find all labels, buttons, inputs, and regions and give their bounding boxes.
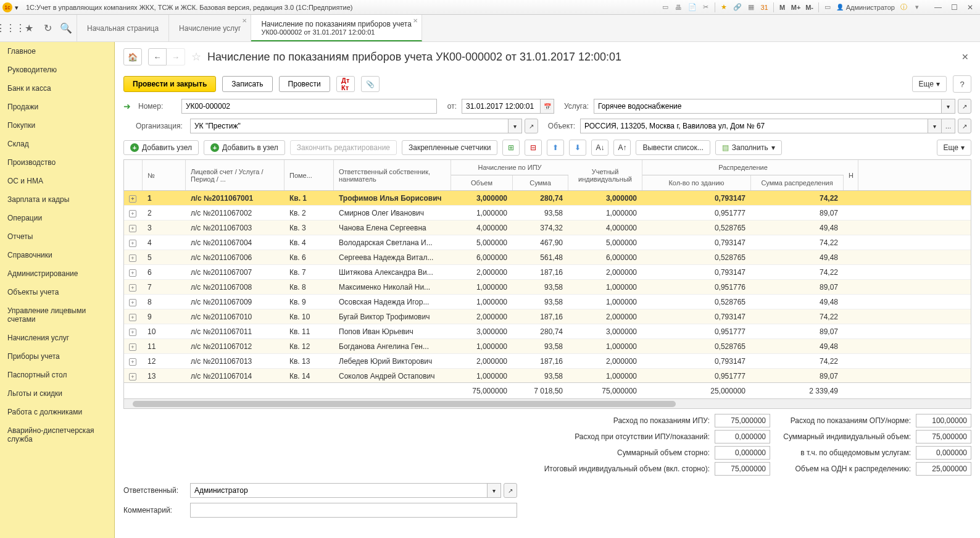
org-input[interactable] — [190, 119, 509, 133]
history-icon[interactable]: ↻ — [42, 23, 53, 34]
table-row[interactable]: +8л/с №2011067009Кв. 9Осовская Надежда И… — [124, 295, 971, 309]
sidebar-item-6[interactable]: Производство — [0, 153, 114, 172]
expand-icon[interactable]: + — [129, 358, 136, 366]
sidebar-item-19[interactable]: Работа с должниками — [0, 403, 114, 421]
expand-icon[interactable]: + — [129, 373, 136, 380]
window-close[interactable]: ✕ — [963, 2, 978, 13]
apps-icon[interactable]: ⋮⋮⋮ — [5, 23, 16, 34]
object-open-button[interactable]: ↗ — [958, 119, 971, 133]
tab-1[interactable]: Начисление услуг✕ — [169, 15, 251, 41]
sidebar-item-7[interactable]: ОС и НМА — [0, 172, 114, 190]
th-room[interactable]: Поме... — [284, 160, 334, 190]
table-row[interactable]: +3л/с №2011067003Кв. 3Чанова Елена Серге… — [124, 221, 971, 235]
tb-icon-doc[interactable]: 📄 — [687, 2, 697, 12]
th-individual[interactable]: Учетный индивидуальный — [568, 160, 642, 190]
comment-input[interactable] — [190, 503, 517, 518]
date-picker-button[interactable]: 📅 — [541, 99, 554, 114]
object-dropdown-button[interactable]: ▾ — [928, 119, 942, 133]
fill-button[interactable]: ▤Заполнить ▾ — [715, 140, 782, 155]
window-minimize[interactable]: — — [931, 2, 945, 13]
org-open-button[interactable]: ↗ — [525, 119, 538, 133]
expand-icon[interactable]: + — [129, 195, 136, 203]
service-open-button[interactable]: ↗ — [958, 99, 971, 114]
back-button[interactable]: ← — [148, 48, 167, 65]
post-and-close-button[interactable]: Провести и закрыть — [123, 76, 216, 92]
sidebar-item-10[interactable]: Отчеты — [0, 227, 114, 246]
th-account[interactable]: Лицевой счет / Услуга / Период / ... — [186, 160, 284, 190]
sidebar-item-1[interactable]: Руководителю — [0, 61, 114, 79]
sidebar-item-13[interactable]: Объекты учета — [0, 283, 114, 301]
output-list-button[interactable]: Вывести список... — [636, 140, 710, 155]
table-row[interactable]: +6л/с №2011067007Кв. 7Шитякова Александр… — [124, 265, 971, 280]
attachment-icon[interactable]: 📎 — [361, 76, 380, 92]
horizontal-scrollbar[interactable] — [124, 398, 971, 408]
tb-icon-grid[interactable]: ▦ — [746, 2, 756, 12]
add-node-button[interactable]: +Добавить узел — [123, 140, 199, 155]
post-button[interactable]: Провести — [279, 76, 330, 92]
table-row[interactable]: +10л/с №2011067011Кв. 11Попов Иван Юрьев… — [124, 324, 971, 339]
table-more-button[interactable]: Еще ▾ — [937, 140, 971, 156]
table-row[interactable]: +11л/с №2011067012Кв. 12Богданова Ангели… — [124, 339, 971, 354]
more-actions-button[interactable]: Еще ▾ — [912, 76, 947, 92]
window-maximize[interactable]: ☐ — [947, 2, 961, 13]
sidebar-item-8[interactable]: Зарплата и кадры — [0, 190, 114, 209]
tb-m-plus[interactable]: M+ — [791, 2, 801, 12]
tb-icon-print[interactable]: 🖶 — [674, 2, 684, 12]
pinned-counters-button[interactable]: Закрепленные счетчики — [402, 140, 497, 155]
sidebar-item-3[interactable]: Продажи — [0, 98, 114, 116]
sidebar-item-17[interactable]: Паспортный стол — [0, 366, 114, 384]
close-page-button[interactable]: ✕ — [959, 49, 971, 64]
table-body[interactable]: +1л/с №2011067001Кв. 1Трофимов Илья Бори… — [124, 191, 971, 382]
org-dropdown-button[interactable]: ▾ — [509, 119, 522, 133]
responsible-open-button[interactable]: ↗ — [504, 483, 517, 498]
sidebar-item-20[interactable]: Аварийно-диспетчерская служба — [0, 421, 114, 448]
move-up-icon[interactable]: ⬆ — [547, 140, 564, 156]
th-sum[interactable]: Сумма — [513, 175, 568, 190]
th-qty-building[interactable]: Кол-во по зданию — [642, 175, 751, 190]
expand-icon[interactable]: + — [129, 343, 136, 351]
object-more-button[interactable]: … — [942, 119, 955, 133]
th-number[interactable]: № — [143, 160, 186, 190]
dt-kt-icon[interactable]: ДтКт — [336, 76, 355, 92]
service-dropdown-button[interactable]: ▾ — [942, 99, 955, 114]
write-button[interactable]: Записать — [222, 76, 272, 92]
date-input[interactable] — [462, 99, 541, 114]
object-input[interactable] — [580, 119, 928, 133]
sidebar-item-16[interactable]: Приборы учета — [0, 347, 114, 366]
table-row[interactable]: +13л/с №2011067014Кв. 14Соколов Андрей О… — [124, 369, 971, 382]
responsible-input[interactable] — [190, 483, 488, 498]
tab-2[interactable]: Начисление по показаниям приборов учетаУ… — [251, 15, 421, 41]
current-user[interactable]: 👤Администратор — [836, 4, 895, 11]
sidebar-item-14[interactable]: Управление лицевыми счетами — [0, 301, 114, 329]
tab-close-icon[interactable]: ✕ — [242, 17, 247, 24]
table-row[interactable]: +9л/с №2011067010Кв. 10Бугай Виктор Троф… — [124, 309, 971, 324]
add-to-node-button[interactable]: +Добавить в узел — [204, 140, 285, 155]
sidebar-item-5[interactable]: Склад — [0, 135, 114, 153]
sidebar-item-4[interactable]: Покупки — [0, 116, 114, 135]
table-row[interactable]: +4л/с №2011067004Кв. 4Володарская Светла… — [124, 235, 971, 250]
th-h[interactable]: Н — [844, 160, 858, 190]
tb-icon-info[interactable]: ⓘ — [899, 2, 908, 12]
number-input[interactable] — [181, 99, 437, 114]
search-icon[interactable]: 🔍 — [60, 23, 72, 34]
expand-icon[interactable]: + — [129, 329, 136, 336]
sidebar-item-15[interactable]: Начисления услуг — [0, 329, 114, 347]
sidebar-item-18[interactable]: Льготы и скидки — [0, 384, 114, 403]
responsible-dropdown-button[interactable]: ▾ — [488, 483, 501, 498]
expand-icon[interactable]: + — [129, 254, 136, 262]
expand-all-icon[interactable]: ⊞ — [502, 140, 520, 156]
favorite-icon[interactable]: ★ — [23, 23, 35, 34]
tb-icon-star[interactable]: ★ — [719, 2, 729, 12]
tab-close-icon[interactable]: ✕ — [413, 17, 418, 24]
th-owner[interactable]: Ответственный собственник, наниматель — [334, 160, 451, 190]
move-down-icon[interactable]: ⬇ — [569, 140, 586, 156]
tb-icon-cal[interactable]: 31 — [760, 2, 770, 12]
sidebar-item-2[interactable]: Банк и касса — [0, 79, 114, 98]
table-row[interactable]: +5л/с №2011067006Кв. 6Сергеева Надежда В… — [124, 250, 971, 265]
bookmark-star-icon[interactable]: ☆ — [191, 50, 201, 64]
sort-desc-icon[interactable]: A↑ — [613, 140, 631, 156]
tb-m-minus[interactable]: M- — [805, 2, 815, 12]
tb-icon-link[interactable]: 🔗 — [733, 2, 742, 12]
th-dist-sum[interactable]: Сумма распределения — [751, 175, 844, 190]
expand-icon[interactable]: + — [129, 284, 136, 292]
